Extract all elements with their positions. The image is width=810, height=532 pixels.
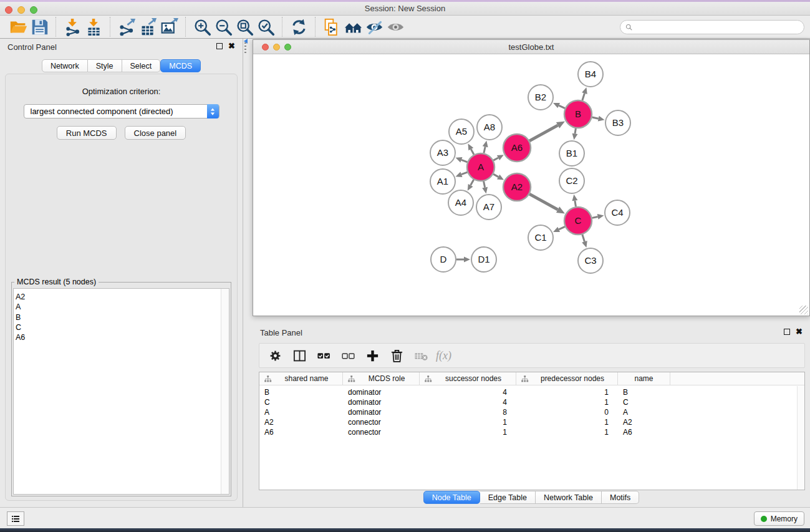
search-field[interactable] [620,20,804,34]
graph-node-C2[interactable]: C2 [559,168,584,193]
table-row[interactable]: Cdominator41C [259,397,804,407]
zoom-in-button[interactable] [191,17,213,37]
task-history-button[interactable] [7,511,24,526]
tab-network-table[interactable]: Network Table [536,491,602,504]
table-row[interactable]: A2connector11A2 [259,417,804,427]
graph-edge-A-A2[interactable] [493,174,504,180]
duplicate-network-button[interactable] [321,17,342,37]
export-network-button[interactable] [116,17,137,37]
graph-node-B3[interactable]: B3 [605,110,630,135]
graph-node-C1[interactable]: C1 [528,225,553,250]
unselect-all-columns-button[interactable] [340,347,356,364]
graph-node-A7[interactable]: A7 [476,195,501,220]
graph-edge-A-A7[interactable] [482,181,488,194]
graph-node-A8[interactable]: A8 [477,115,502,140]
tab-network[interactable]: Network [42,59,88,72]
graph-edge-A-A5[interactable] [468,143,475,154]
zoom-selected-button[interactable] [255,17,276,37]
tab-node-table[interactable]: Node Table [423,491,480,504]
search-input[interactable] [633,21,804,33]
graph-node-C[interactable]: C [564,207,592,235]
graph-edge-A-A6[interactable] [493,155,504,160]
tab-edge-table[interactable]: Edge Table [480,491,536,504]
table-row[interactable]: A6connector11A6 [259,427,804,437]
column-header-mcds-role[interactable]: MCDS role [343,372,420,385]
mcds-result-item[interactable]: B [16,312,229,322]
column-header-successor-nodes[interactable]: successor nodes [420,372,516,385]
graph-edge-A2-C[interactable] [529,194,565,213]
column-header-name[interactable]: name [618,372,670,385]
graph-edge-A-A3[interactable] [456,157,468,162]
delete-columns-button[interactable] [388,347,405,364]
network-graph[interactable]: B4B2BB3A8A5A6A3B1AA1C2A2A4A7C4CC1DD1C3 [253,54,809,316]
graph-node-B2[interactable]: B2 [528,85,553,110]
close-panel-button[interactable]: Close panel [125,126,186,140]
graph-node-A[interactable]: A [467,153,494,181]
graph-edge-C-C4[interactable] [592,214,604,220]
tab-mcds[interactable]: MCDS [160,59,201,72]
show-all-button[interactable] [385,17,406,37]
graph-node-A6[interactable]: A6 [503,134,531,162]
graph-edge-A-A8[interactable] [483,140,488,153]
graph-node-A2[interactable]: A2 [503,173,531,201]
panel-divider-handle[interactable] [244,42,246,54]
graph-node-A4[interactable]: A4 [448,190,473,215]
close-icon[interactable]: ✖ [796,329,803,335]
graph-edge-B-B2[interactable] [553,103,565,109]
graph-node-A1[interactable]: A1 [430,169,455,194]
network-canvas[interactable]: B4B2BB3A8A5A6A3B1AA1C2A2A4A7C4CC1DD1C3 [253,54,809,316]
graph-edge-B-B3[interactable] [592,116,604,122]
graph-edge-C-C2[interactable] [572,195,577,207]
graph-node-A3[interactable]: A3 [430,140,455,165]
graph-edge-B-B4[interactable] [582,87,587,100]
graph-edge-B-B1[interactable] [572,128,578,140]
table-row[interactable]: Adominator80A [259,407,804,417]
mcds-result-item[interactable]: C [16,322,229,332]
zoom-out-button[interactable] [213,17,234,37]
select-all-columns-button[interactable] [316,347,332,364]
run-mcds-button[interactable]: Run MCDS [57,126,117,140]
graph-node-B1[interactable]: B1 [559,141,584,166]
zoom-fit-button[interactable] [234,17,255,37]
network-window-titlebar[interactable]: testGlobe.txt [253,40,809,54]
graph-node-D[interactable]: D [431,247,456,272]
table-row[interactable]: Bdominator41B [259,387,804,397]
settings-gear-button[interactable] [267,347,283,364]
scrollbar-track[interactable] [221,289,229,494]
mcds-result-item[interactable]: A6 [16,332,229,342]
graph-edge-A6-B[interactable] [529,122,565,141]
open-session-button[interactable] [7,17,29,37]
close-icon[interactable]: ✖ [228,43,235,49]
split-columns-button[interactable] [291,347,307,364]
graph-node-B[interactable]: B [564,100,592,128]
graph-node-A5[interactable]: A5 [449,119,474,144]
resize-grip[interactable] [799,306,808,314]
graph-edge-D-D1[interactable] [456,257,470,263]
float-icon[interactable] [784,329,790,335]
tab-select[interactable]: Select [122,59,161,72]
export-table-button[interactable] [137,17,158,37]
graph-node-C4[interactable]: C4 [605,200,630,225]
float-icon[interactable] [216,43,223,49]
mcds-result-item[interactable]: A [16,302,229,312]
first-neighbors-button[interactable] [342,17,364,37]
graph-edge-C-C1[interactable] [553,226,565,232]
tab-motifs[interactable]: Motifs [602,491,639,504]
column-header-predecessor-nodes[interactable]: predecessor nodes [516,372,618,385]
criterion-dropdown[interactable]: largest connected component (directed) [24,104,219,118]
graph-node-C3[interactable]: C3 [578,248,603,273]
column-header-shared-name[interactable]: shared name [259,372,343,385]
import-network-button[interactable] [62,17,83,37]
save-session-button[interactable] [29,17,50,37]
refresh-layout-button[interactable] [288,17,309,37]
mcds-result-item[interactable]: A2 [16,292,229,302]
add-column-button[interactable] [364,347,380,364]
import-table-button[interactable] [83,17,104,37]
graph-node-B4[interactable]: B4 [578,62,603,87]
graph-node-D1[interactable]: D1 [471,247,496,272]
tab-style[interactable]: Style [88,59,122,72]
mcds-result-list[interactable]: A2ABCA6 [13,288,229,495]
memory-button[interactable]: Memory [754,511,804,526]
scrollbar-track[interactable] [797,386,804,490]
hide-selected-button[interactable] [364,17,385,37]
